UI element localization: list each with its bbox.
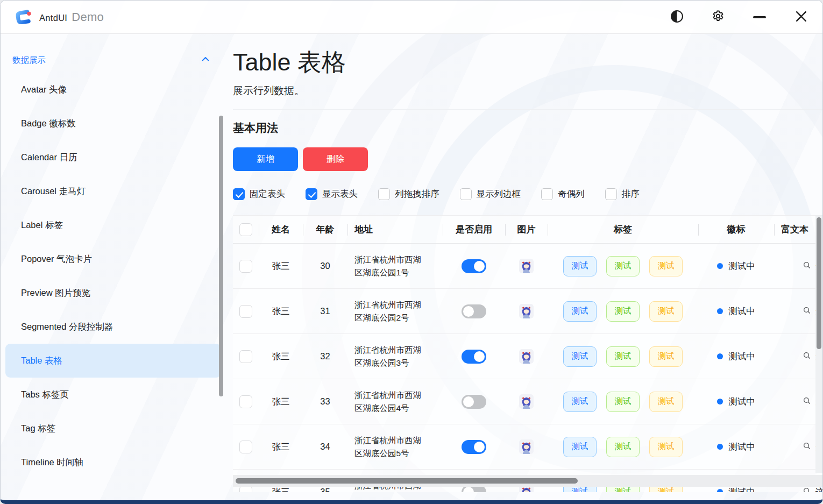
table-row: 张三 32 浙江省杭州市西湖区湖底公园3号 测试测试测试 — [233, 334, 822, 379]
badge-dot — [717, 353, 723, 359]
toggle-knob — [463, 396, 474, 407]
avatar-image[interactable] — [519, 394, 534, 409]
avatar-image[interactable] — [519, 304, 534, 318]
tag: 测试 — [563, 437, 597, 457]
page-subtitle: 展示行列数据。 — [233, 84, 822, 97]
table-option[interactable]: 排序 — [605, 188, 640, 200]
sidebar-item[interactable]: Segmented 分段控制器 — [5, 310, 221, 344]
table-option[interactable]: 显示列边框 — [460, 188, 521, 200]
magnifier-icon — [803, 261, 811, 272]
sidebar-scrollbar[interactable] — [219, 116, 223, 396]
sidebar-item-label: Timeline 时间轴 — [21, 457, 83, 468]
sidebar-item[interactable]: Preview 图片预览 — [5, 276, 221, 310]
toggle-knob — [474, 351, 485, 362]
address-line1: 浙江省杭州市西湖 — [354, 389, 421, 402]
select-all-checkbox[interactable] — [239, 223, 252, 236]
address-cell: 浙江省杭州市西湖区湖底公园4号 — [347, 389, 443, 415]
table-horizontal-scrollbar[interactable] — [236, 478, 578, 484]
magnifier-icon — [803, 487, 811, 493]
tag: 测试 — [649, 346, 683, 367]
row-checkbox[interactable] — [239, 305, 252, 318]
table-horizontal-scroll-track — [233, 475, 822, 487]
sidebar-item-label: Segmented 分段控制器 — [21, 321, 113, 333]
badge-label: 测试中 — [728, 486, 755, 493]
option-checkbox[interactable] — [378, 188, 390, 200]
badge-dot — [717, 308, 723, 314]
avatar-image[interactable] — [519, 349, 534, 364]
enabled-cell — [443, 259, 505, 273]
table-row: 张三 31 浙江省杭州市西湖区湖底公园2号 测试测试测试 — [233, 289, 822, 334]
main-panel: Table 表格 展示行列数据。 基本用法 新增 删除 固定表头 显示表头 列拖… — [229, 34, 822, 500]
avatar-image[interactable] — [519, 439, 534, 454]
app-subtitle: Demo — [72, 10, 104, 24]
sidebar-item-label: Calendar 日历 — [21, 152, 77, 164]
image-cell — [505, 349, 548, 364]
option-checkbox[interactable] — [233, 188, 245, 200]
option-checkbox[interactable] — [541, 188, 553, 200]
option-checkbox[interactable] — [460, 188, 472, 200]
column-header: 图片 — [505, 223, 548, 236]
sidebar-item-label: Preview 图片预览 — [21, 287, 90, 299]
theme-toggle-button[interactable] — [669, 10, 684, 25]
name-cell: 张三 — [259, 351, 303, 363]
sidebar-group-header[interactable]: 数据展示 — [12, 54, 210, 66]
richtext-label: 这是一 — [815, 486, 822, 493]
badge-dot — [717, 444, 723, 450]
table-option[interactable]: 列拖拽排序 — [378, 188, 439, 200]
address-line2: 区湖底公园6号 — [354, 492, 421, 493]
avatar-image[interactable] — [519, 259, 534, 273]
add-button[interactable]: 新增 — [233, 147, 298, 171]
badge-cell: 测试中 — [698, 441, 774, 453]
row-checkbox[interactable] — [239, 441, 252, 453]
minimize-button[interactable] — [752, 10, 767, 25]
badge-cell: 测试中 — [698, 260, 774, 272]
sidebar-item[interactable]: Label 标签 — [5, 208, 221, 242]
delete-button[interactable]: 删除 — [303, 147, 368, 171]
sidebar-item[interactable]: Popover 气泡卡片 — [5, 242, 221, 276]
row-checkbox[interactable] — [239, 395, 252, 408]
badge-label: 测试中 — [728, 396, 755, 408]
table-option[interactable]: 固定表头 — [233, 188, 285, 200]
option-checkbox[interactable] — [605, 188, 617, 200]
sidebar-item[interactable]: Badge 徽标数 — [5, 107, 221, 140]
table-option[interactable]: 显示表头 — [306, 188, 358, 200]
close-button[interactable] — [793, 10, 808, 25]
enabled-toggle[interactable] — [462, 395, 486, 409]
window-content: 数据展示 Avatar 头像 Badge 徽标数 Calendar 日历 Car… — [1, 34, 822, 500]
tags-cell: 测试测试测试 — [548, 392, 698, 412]
name-cell: 张三 — [259, 260, 303, 272]
enabled-toggle[interactable] — [462, 440, 486, 454]
badge-dot — [717, 263, 723, 269]
minus-icon — [753, 16, 766, 18]
name-cell: 张三 — [259, 396, 303, 408]
row-checkbox[interactable] — [239, 260, 252, 273]
sidebar-item[interactable]: Table 表格 — [5, 344, 221, 378]
sidebar-item[interactable]: Carousel 走马灯 — [5, 174, 221, 208]
sidebar-item[interactable]: Avatar 头像 — [5, 73, 221, 107]
app-title: AntdUIDemo — [39, 10, 104, 24]
image-cell — [505, 259, 548, 273]
tag: 测试 — [606, 437, 640, 457]
address-line2: 区湖底公园5号 — [354, 447, 421, 460]
enabled-toggle[interactable] — [462, 350, 486, 364]
sidebar-item[interactable]: Timeline 时间轴 — [5, 445, 221, 479]
sidebar-item[interactable]: Tag 标签 — [5, 411, 221, 445]
table-vertical-scrollbar[interactable] — [817, 217, 821, 349]
badge-dot — [717, 399, 723, 404]
row-checkbox[interactable] — [239, 350, 252, 363]
option-checkbox[interactable] — [306, 188, 317, 200]
address-line1: 浙江省杭州市西湖 — [354, 344, 421, 357]
sidebar: 数据展示 Avatar 头像 Badge 徽标数 Calendar 日历 Car… — [1, 34, 229, 500]
enabled-toggle[interactable] — [462, 304, 486, 318]
image-cell — [505, 304, 548, 318]
sidebar-item-label: Tabs 标签页 — [21, 389, 69, 401]
app-window: AntdUIDemo — [0, 0, 823, 504]
enabled-toggle[interactable] — [462, 259, 486, 273]
address-cell: 浙江省杭州市西湖区湖底公园5号 — [347, 434, 443, 460]
sidebar-item[interactable]: Tabs 标签页 — [5, 378, 221, 411]
settings-button[interactable] — [711, 10, 726, 25]
sidebar-item[interactable]: Calendar 日历 — [5, 140, 221, 174]
address-cell: 浙江省杭州市西湖区湖底公园3号 — [347, 344, 443, 370]
age-cell: 30 — [303, 261, 347, 271]
table-option[interactable]: 奇偶列 — [541, 188, 585, 200]
